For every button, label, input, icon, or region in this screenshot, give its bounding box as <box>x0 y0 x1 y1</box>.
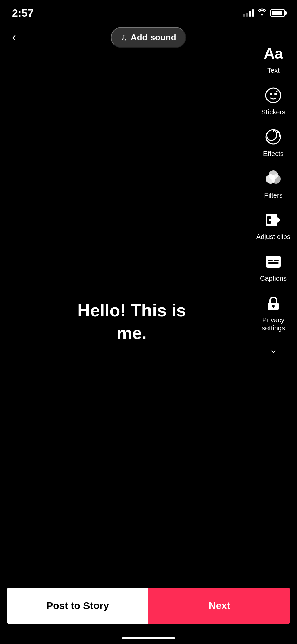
svg-rect-18 <box>273 306 274 308</box>
sidebar-item-filters[interactable]: Filters <box>263 168 283 199</box>
main-text: Hello! This is me. <box>77 301 186 343</box>
back-button[interactable]: ‹ <box>12 30 29 44</box>
battery-icon <box>270 9 285 17</box>
sidebar-label-text: Text <box>267 66 280 74</box>
svg-rect-13 <box>268 260 273 261</box>
bottom-buttons: Post to Story Next <box>0 588 297 624</box>
effects-icon <box>263 127 283 147</box>
privacy-icon <box>263 293 283 313</box>
sidebar-label-privacy-settings: Privacy settings <box>262 316 285 332</box>
sidebar-item-effects[interactable]: Effects <box>263 127 284 158</box>
chevron-down-icon: ⌄ <box>269 343 278 356</box>
sidebar-item-captions[interactable]: Captions <box>260 252 287 282</box>
next-button[interactable]: Next <box>148 588 290 624</box>
sidebar-item-stickers[interactable]: Stickers <box>261 85 285 116</box>
status-bar: 2:57 <box>0 0 297 23</box>
svg-rect-12 <box>266 256 281 268</box>
sidebar-label-filters: Filters <box>264 191 282 199</box>
add-sound-label: Add sound <box>131 32 176 43</box>
svg-point-0 <box>266 88 281 103</box>
sidebar-label-captions: Captions <box>260 274 287 282</box>
status-time: 2:57 <box>12 7 34 19</box>
status-icons <box>243 8 285 18</box>
svg-rect-14 <box>274 260 279 261</box>
wifi-icon <box>257 8 267 18</box>
post-to-story-button[interactable]: Post to Story <box>7 588 148 624</box>
svg-point-1 <box>270 93 272 95</box>
signal-icon <box>243 9 254 17</box>
stickers-icon <box>263 85 283 105</box>
svg-point-2 <box>274 93 277 95</box>
svg-point-7 <box>269 170 278 180</box>
sidebar-item-privacy-settings[interactable]: Privacy settings <box>262 293 285 332</box>
svg-marker-9 <box>277 217 281 223</box>
add-sound-button[interactable]: ♫ Add sound <box>111 27 186 48</box>
sidebar-item-adjust-clips[interactable]: Adjust clips <box>256 210 290 241</box>
post-to-story-label: Post to Story <box>46 600 109 611</box>
sidebar-item-text[interactable]: Aa Text <box>263 44 283 74</box>
top-bar: ‹ ♫ Add sound <box>0 23 297 51</box>
captions-icon <box>263 252 283 272</box>
svg-point-4 <box>277 131 279 133</box>
svg-rect-15 <box>268 262 279 264</box>
adjust-clips-icon <box>263 210 283 230</box>
sidebar-label-effects: Effects <box>263 150 284 158</box>
filters-icon <box>263 168 283 189</box>
text-icon: Aa <box>263 44 283 64</box>
sidebar-label-adjust-clips: Adjust clips <box>256 233 290 241</box>
music-note-icon: ♫ <box>121 32 127 43</box>
main-content: Hello! This is me. <box>74 299 223 344</box>
home-indicator <box>122 637 175 639</box>
next-label: Next <box>209 600 230 611</box>
sidebar-label-stickers: Stickers <box>261 108 285 116</box>
expand-more-button[interactable]: ⌄ <box>269 343 278 356</box>
right-sidebar: Aa Text Stickers Effects <box>256 44 290 356</box>
